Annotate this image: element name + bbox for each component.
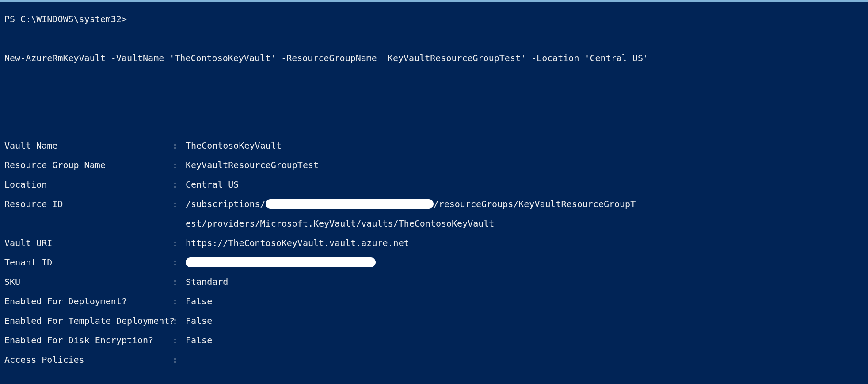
label-resource-id: Resource ID <box>4 199 172 209</box>
row-vault-uri: Vault URI : https://TheContosoKeyVault.v… <box>4 238 864 248</box>
row-sku: SKU : Standard <box>4 277 864 287</box>
value-enabled-template: False <box>186 316 864 326</box>
label-access-policies: Access Policies <box>4 355 172 365</box>
row-vault-name: Vault Name : TheContosoKeyVault <box>4 141 864 150</box>
value-vault-uri: https://TheContosoKeyVault.vault.azure.n… <box>186 238 864 248</box>
label-sku: SKU <box>4 277 172 287</box>
label-vault-uri: Vault URI <box>4 238 172 248</box>
row-access-policies: Access Policies : <box>4 355 864 365</box>
label-enabled-template: Enabled For Template Deployment? <box>4 316 172 326</box>
row-resource-id: Resource ID : /subscriptions//resourceGr… <box>4 199 864 209</box>
label-resource-group: Resource Group Name <box>4 160 172 170</box>
row-resource-group: Resource Group Name : KeyVaultResourceGr… <box>4 160 864 170</box>
label-enabled-disk: Enabled For Disk Encryption? <box>4 335 172 345</box>
redacted-subscription-id <box>266 199 434 209</box>
value-vault-name: TheContosoKeyVault <box>186 141 864 150</box>
label-enabled-deploy: Enabled For Deployment? <box>4 296 172 306</box>
row-enabled-disk: Enabled For Disk Encryption? : False <box>4 335 864 345</box>
value-enabled-deploy: False <box>186 296 864 306</box>
row-location: Location : Central US <box>4 180 864 189</box>
command-line: New-AzureRmKeyVault -VaultName 'TheConto… <box>4 53 648 63</box>
prompt: PS C:\WINDOWS\system32> <box>4 14 127 24</box>
value-enabled-disk: False <box>186 335 864 345</box>
value-resource-group: KeyVaultResourceGroupTest <box>186 160 864 170</box>
label-vault-name: Vault Name <box>4 141 172 150</box>
row-enabled-template: Enabled For Template Deployment? : False <box>4 316 864 326</box>
label-location: Location <box>4 180 172 189</box>
row-resource-id-cont: est/providers/Microsoft.KeyVault/vaults/… <box>4 219 864 228</box>
powershell-terminal[interactable]: PS C:\WINDOWS\system32> New-AzureRmKeyVa… <box>0 2 868 384</box>
value-sku: Standard <box>186 277 864 287</box>
value-location: Central US <box>186 180 864 189</box>
value-resource-id: /subscriptions//resourceGroups/KeyVaultR… <box>186 199 864 209</box>
row-enabled-deploy: Enabled For Deployment? : False <box>4 296 864 306</box>
redacted-tenant-id <box>186 257 376 267</box>
label-tenant-id: Tenant ID <box>4 257 172 267</box>
row-tenant-id: Tenant ID : <box>4 257 864 267</box>
